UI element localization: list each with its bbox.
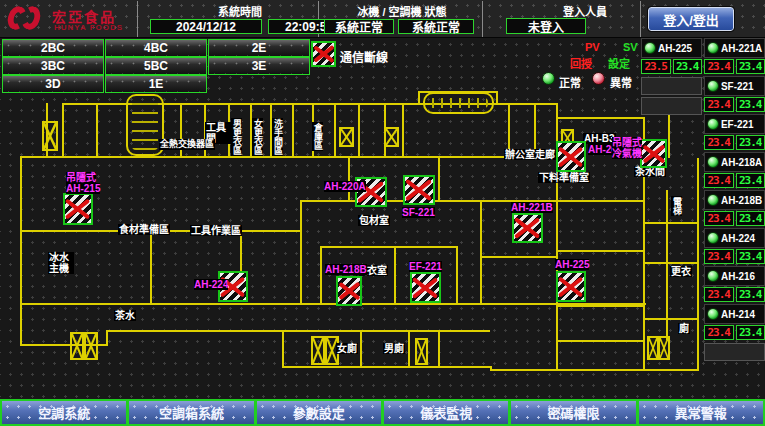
wall-segment: [668, 112, 670, 158]
unit-sv-value: 23.4: [736, 287, 765, 302]
unit-pv-value: 23.4: [704, 287, 734, 302]
floor-button-1e[interactable]: 1E: [105, 75, 207, 93]
floor-button-4bc[interactable]: 4BC: [105, 39, 207, 57]
floor-button-2e[interactable]: 2E: [208, 39, 310, 57]
nav-ac-system-button[interactable]: 空調系統: [0, 399, 127, 426]
unit-status-led-icon: [644, 42, 656, 54]
floor-button-5bc[interactable]: 5BC: [105, 57, 207, 75]
door-x-icon: [384, 127, 399, 147]
unit-values: 23.5 23.4: [641, 59, 702, 74]
unit-sv-value: 23.4: [736, 173, 765, 188]
abnormal-led-icon: [592, 72, 605, 85]
unit-row-ah-218b[interactable]: AH-218B: [704, 190, 765, 210]
wall-segment: [360, 330, 362, 368]
wall-segment: [106, 330, 284, 332]
device-label: AH-225: [555, 259, 589, 270]
pv-label: PV: [585, 41, 600, 53]
wall-segment: [62, 156, 558, 158]
unit-row-sf-221[interactable]: SF-221: [704, 76, 765, 96]
device-comm-loss-icon[interactable]: [556, 141, 586, 172]
unit-pv-value: 23.4: [704, 249, 734, 264]
unit-row-ef-221[interactable]: EF-221: [704, 114, 765, 134]
unit-name: AH-225: [658, 42, 692, 54]
unit-row-ah-214[interactable]: AH-214: [704, 304, 765, 324]
room-label: 電梯: [671, 196, 682, 216]
nav-parameter-settings-button[interactable]: 參數設定: [255, 399, 382, 426]
device-comm-loss-icon[interactable]: [556, 271, 586, 302]
wall-segment: [496, 103, 558, 105]
unit-values: 23.4 23.4: [704, 211, 765, 226]
wall-segment: [334, 103, 336, 156]
device-comm-loss-icon[interactable]: [63, 193, 93, 225]
device-comm-loss-icon[interactable]: [336, 276, 362, 306]
device-comm-loss-icon[interactable]: [640, 139, 667, 168]
unit-name: AH-214: [721, 308, 755, 320]
header-divider: [137, 1, 138, 37]
floor-button-3e[interactable]: 3E: [208, 57, 310, 75]
unit-values: 23.4 23.4: [704, 287, 765, 302]
wall-segment: [62, 103, 64, 158]
room-label: 辦公室走廊: [504, 149, 556, 160]
room-label: 冰水主機: [48, 252, 74, 274]
stairs-icon: [423, 92, 494, 114]
wall-segment: [438, 330, 440, 368]
device-comm-loss-icon[interactable]: [403, 175, 435, 205]
room-label: 女更衣區: [252, 118, 263, 156]
wall-segment: [697, 158, 699, 371]
unit-sv-value: 23.4: [736, 135, 765, 150]
brand-subtitle: HUNYA FOODS: [54, 23, 123, 32]
unit-status-led-icon: [707, 118, 719, 130]
wall-segment: [300, 200, 302, 305]
nav-ahu-system-button[interactable]: 空調箱系統: [127, 399, 254, 426]
device-label: AH-215: [66, 183, 100, 194]
sv-label: SV: [623, 41, 638, 53]
floor-button-2bc[interactable]: 2BC: [2, 39, 104, 57]
wall-segment: [402, 103, 404, 156]
unit-status-led-icon: [707, 42, 719, 54]
floor-button-3bc[interactable]: 3BC: [2, 57, 104, 75]
unit-sv-value: 23.4: [736, 325, 765, 340]
wall-segment: [456, 246, 458, 305]
unit-pv-value: 23.4: [704, 325, 734, 340]
device-comm-loss-icon[interactable]: [410, 272, 441, 303]
wall-segment: [150, 230, 152, 305]
device-comm-loss-icon[interactable]: [512, 213, 543, 243]
room-label: 包材室: [358, 215, 390, 226]
unit-values: 23.4 23.4: [704, 325, 765, 340]
unit-row-ah-218a[interactable]: AH-218A: [704, 152, 765, 172]
unit-values: 23.4 23.4: [704, 249, 765, 264]
unit-row-ah-216[interactable]: AH-216: [704, 266, 765, 286]
login-logout-button[interactable]: 登入/登出: [648, 7, 734, 31]
unit-status-led-icon: [707, 232, 719, 244]
wall-segment: [282, 330, 490, 332]
wall-segment: [358, 103, 360, 156]
unit-row-ah-225[interactable]: AH-225: [641, 38, 702, 58]
normal-legend-label: 正常: [559, 74, 581, 90]
machine-status-label: 冰機 / 空調機 狀態: [322, 3, 482, 19]
header-divider: [482, 1, 483, 37]
unit-status-led-icon: [707, 270, 719, 282]
unit-row-ah-221a[interactable]: AH-221A: [704, 38, 765, 58]
nav-alarm-button[interactable]: 異常警報: [637, 399, 765, 426]
login-state-value: 未登入: [506, 18, 586, 34]
unit-pv-value: 23.4: [704, 173, 734, 188]
wall-segment: [240, 230, 242, 272]
unit-name: AH-221A: [721, 42, 762, 54]
unit-name: AH-216: [721, 270, 755, 282]
wall-segment: [20, 156, 64, 158]
comm-loss-legend-label: 通信斷線: [340, 48, 388, 65]
system-date-value: 2024/12/12: [150, 19, 262, 34]
wall-segment: [558, 250, 644, 252]
unit-values: 23.4 23.4: [704, 135, 765, 150]
floor-button-3d[interactable]: 3D: [2, 75, 104, 93]
unit-pv-value: 23.4: [704, 211, 734, 226]
elevator-x-icon: [311, 336, 325, 365]
unit-values: 23.4 23.4: [704, 97, 765, 112]
nav-password-permission-button[interactable]: 密碼權限: [509, 399, 636, 426]
header-bar: 宏亞食品 HUNYA FOODS 系統時間 2024/12/12 22:09:5…: [0, 0, 765, 38]
wall-segment: [20, 303, 646, 305]
unit-sv-value: 23.4: [673, 59, 703, 74]
unit-row-ah-224[interactable]: AH-224: [704, 228, 765, 248]
device-label: 冷氣機: [612, 148, 642, 159]
nav-meter-monitor-button[interactable]: 儀表監視: [382, 399, 509, 426]
